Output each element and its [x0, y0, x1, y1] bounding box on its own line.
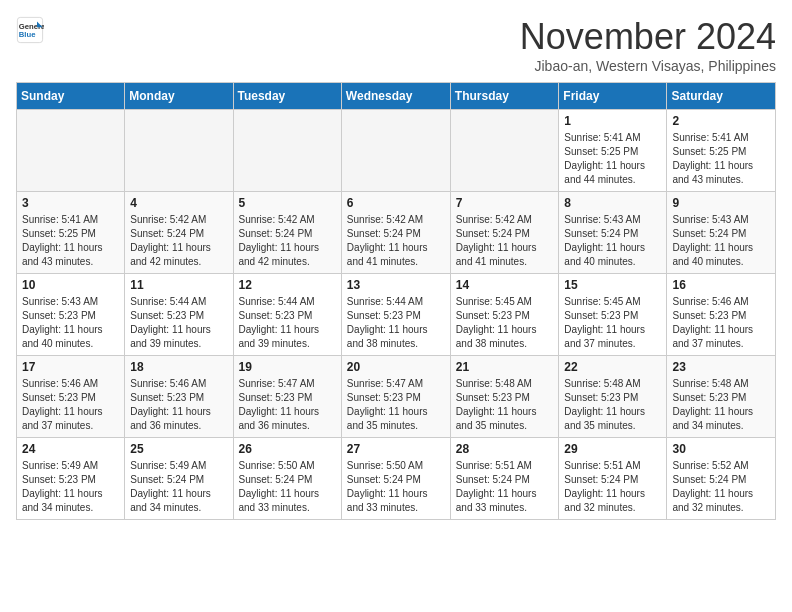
header-tuesday: Tuesday: [233, 83, 341, 110]
calendar-week-5: 24Sunrise: 5:49 AM Sunset: 5:23 PM Dayli…: [17, 438, 776, 520]
day-info: Sunrise: 5:47 AM Sunset: 5:23 PM Dayligh…: [347, 377, 445, 433]
calendar-cell: 15Sunrise: 5:45 AM Sunset: 5:23 PM Dayli…: [559, 274, 667, 356]
day-number: 16: [672, 278, 770, 292]
day-info: Sunrise: 5:46 AM Sunset: 5:23 PM Dayligh…: [672, 295, 770, 351]
calendar-cell: 26Sunrise: 5:50 AM Sunset: 5:24 PM Dayli…: [233, 438, 341, 520]
calendar-cell: 23Sunrise: 5:48 AM Sunset: 5:23 PM Dayli…: [667, 356, 776, 438]
calendar-cell: [17, 110, 125, 192]
day-number: 19: [239, 360, 336, 374]
day-number: 5: [239, 196, 336, 210]
calendar-cell: 29Sunrise: 5:51 AM Sunset: 5:24 PM Dayli…: [559, 438, 667, 520]
calendar-cell: [233, 110, 341, 192]
calendar-cell: 16Sunrise: 5:46 AM Sunset: 5:23 PM Dayli…: [667, 274, 776, 356]
day-number: 9: [672, 196, 770, 210]
day-number: 17: [22, 360, 119, 374]
calendar-cell: 20Sunrise: 5:47 AM Sunset: 5:23 PM Dayli…: [341, 356, 450, 438]
logo: General Blue: [16, 16, 44, 44]
calendar-week-1: 1Sunrise: 5:41 AM Sunset: 5:25 PM Daylig…: [17, 110, 776, 192]
calendar-cell: 5Sunrise: 5:42 AM Sunset: 5:24 PM Daylig…: [233, 192, 341, 274]
day-info: Sunrise: 5:43 AM Sunset: 5:24 PM Dayligh…: [672, 213, 770, 269]
calendar-cell: [125, 110, 233, 192]
day-number: 20: [347, 360, 445, 374]
day-info: Sunrise: 5:43 AM Sunset: 5:23 PM Dayligh…: [22, 295, 119, 351]
day-info: Sunrise: 5:47 AM Sunset: 5:23 PM Dayligh…: [239, 377, 336, 433]
calendar-cell: 10Sunrise: 5:43 AM Sunset: 5:23 PM Dayli…: [17, 274, 125, 356]
day-number: 29: [564, 442, 661, 456]
day-info: Sunrise: 5:46 AM Sunset: 5:23 PM Dayligh…: [130, 377, 227, 433]
day-info: Sunrise: 5:48 AM Sunset: 5:23 PM Dayligh…: [672, 377, 770, 433]
header-friday: Friday: [559, 83, 667, 110]
day-number: 13: [347, 278, 445, 292]
calendar-cell: 9Sunrise: 5:43 AM Sunset: 5:24 PM Daylig…: [667, 192, 776, 274]
day-info: Sunrise: 5:41 AM Sunset: 5:25 PM Dayligh…: [672, 131, 770, 187]
day-number: 2: [672, 114, 770, 128]
day-info: Sunrise: 5:48 AM Sunset: 5:23 PM Dayligh…: [456, 377, 554, 433]
day-info: Sunrise: 5:48 AM Sunset: 5:23 PM Dayligh…: [564, 377, 661, 433]
calendar-cell: 6Sunrise: 5:42 AM Sunset: 5:24 PM Daylig…: [341, 192, 450, 274]
day-number: 8: [564, 196, 661, 210]
calendar-cell: 25Sunrise: 5:49 AM Sunset: 5:24 PM Dayli…: [125, 438, 233, 520]
calendar-cell: [341, 110, 450, 192]
day-number: 12: [239, 278, 336, 292]
day-info: Sunrise: 5:44 AM Sunset: 5:23 PM Dayligh…: [130, 295, 227, 351]
day-number: 25: [130, 442, 227, 456]
title-block: November 2024 Jibao-an, Western Visayas,…: [520, 16, 776, 74]
calendar-header-row: SundayMondayTuesdayWednesdayThursdayFrid…: [17, 83, 776, 110]
day-info: Sunrise: 5:51 AM Sunset: 5:24 PM Dayligh…: [456, 459, 554, 515]
svg-text:Blue: Blue: [19, 30, 36, 39]
day-number: 23: [672, 360, 770, 374]
day-number: 21: [456, 360, 554, 374]
day-number: 3: [22, 196, 119, 210]
calendar-cell: 19Sunrise: 5:47 AM Sunset: 5:23 PM Dayli…: [233, 356, 341, 438]
day-number: 30: [672, 442, 770, 456]
calendar-cell: 1Sunrise: 5:41 AM Sunset: 5:25 PM Daylig…: [559, 110, 667, 192]
day-number: 24: [22, 442, 119, 456]
day-info: Sunrise: 5:44 AM Sunset: 5:23 PM Dayligh…: [347, 295, 445, 351]
calendar-cell: 24Sunrise: 5:49 AM Sunset: 5:23 PM Dayli…: [17, 438, 125, 520]
day-info: Sunrise: 5:46 AM Sunset: 5:23 PM Dayligh…: [22, 377, 119, 433]
header-saturday: Saturday: [667, 83, 776, 110]
header-monday: Monday: [125, 83, 233, 110]
calendar-cell: 21Sunrise: 5:48 AM Sunset: 5:23 PM Dayli…: [450, 356, 559, 438]
day-info: Sunrise: 5:51 AM Sunset: 5:24 PM Dayligh…: [564, 459, 661, 515]
calendar-cell: 11Sunrise: 5:44 AM Sunset: 5:23 PM Dayli…: [125, 274, 233, 356]
day-info: Sunrise: 5:52 AM Sunset: 5:24 PM Dayligh…: [672, 459, 770, 515]
day-number: 11: [130, 278, 227, 292]
day-info: Sunrise: 5:45 AM Sunset: 5:23 PM Dayligh…: [564, 295, 661, 351]
calendar-table: SundayMondayTuesdayWednesdayThursdayFrid…: [16, 82, 776, 520]
calendar-cell: 30Sunrise: 5:52 AM Sunset: 5:24 PM Dayli…: [667, 438, 776, 520]
header-wednesday: Wednesday: [341, 83, 450, 110]
day-number: 15: [564, 278, 661, 292]
calendar-cell: 22Sunrise: 5:48 AM Sunset: 5:23 PM Dayli…: [559, 356, 667, 438]
header-sunday: Sunday: [17, 83, 125, 110]
day-info: Sunrise: 5:42 AM Sunset: 5:24 PM Dayligh…: [130, 213, 227, 269]
day-info: Sunrise: 5:50 AM Sunset: 5:24 PM Dayligh…: [347, 459, 445, 515]
day-info: Sunrise: 5:50 AM Sunset: 5:24 PM Dayligh…: [239, 459, 336, 515]
day-info: Sunrise: 5:45 AM Sunset: 5:23 PM Dayligh…: [456, 295, 554, 351]
day-number: 28: [456, 442, 554, 456]
day-info: Sunrise: 5:44 AM Sunset: 5:23 PM Dayligh…: [239, 295, 336, 351]
month-title: November 2024: [520, 16, 776, 58]
calendar-cell: 27Sunrise: 5:50 AM Sunset: 5:24 PM Dayli…: [341, 438, 450, 520]
calendar-cell: 8Sunrise: 5:43 AM Sunset: 5:24 PM Daylig…: [559, 192, 667, 274]
day-number: 27: [347, 442, 445, 456]
calendar-cell: 4Sunrise: 5:42 AM Sunset: 5:24 PM Daylig…: [125, 192, 233, 274]
calendar-cell: 7Sunrise: 5:42 AM Sunset: 5:24 PM Daylig…: [450, 192, 559, 274]
calendar-cell: 14Sunrise: 5:45 AM Sunset: 5:23 PM Dayli…: [450, 274, 559, 356]
calendar-cell: 3Sunrise: 5:41 AM Sunset: 5:25 PM Daylig…: [17, 192, 125, 274]
day-info: Sunrise: 5:42 AM Sunset: 5:24 PM Dayligh…: [456, 213, 554, 269]
calendar-cell: 17Sunrise: 5:46 AM Sunset: 5:23 PM Dayli…: [17, 356, 125, 438]
day-number: 22: [564, 360, 661, 374]
calendar-cell: 28Sunrise: 5:51 AM Sunset: 5:24 PM Dayli…: [450, 438, 559, 520]
day-number: 7: [456, 196, 554, 210]
day-number: 6: [347, 196, 445, 210]
calendar-week-4: 17Sunrise: 5:46 AM Sunset: 5:23 PM Dayli…: [17, 356, 776, 438]
location-subtitle: Jibao-an, Western Visayas, Philippines: [520, 58, 776, 74]
day-info: Sunrise: 5:42 AM Sunset: 5:24 PM Dayligh…: [239, 213, 336, 269]
day-info: Sunrise: 5:49 AM Sunset: 5:24 PM Dayligh…: [130, 459, 227, 515]
header-thursday: Thursday: [450, 83, 559, 110]
day-info: Sunrise: 5:42 AM Sunset: 5:24 PM Dayligh…: [347, 213, 445, 269]
calendar-cell: 13Sunrise: 5:44 AM Sunset: 5:23 PM Dayli…: [341, 274, 450, 356]
day-number: 18: [130, 360, 227, 374]
day-number: 14: [456, 278, 554, 292]
